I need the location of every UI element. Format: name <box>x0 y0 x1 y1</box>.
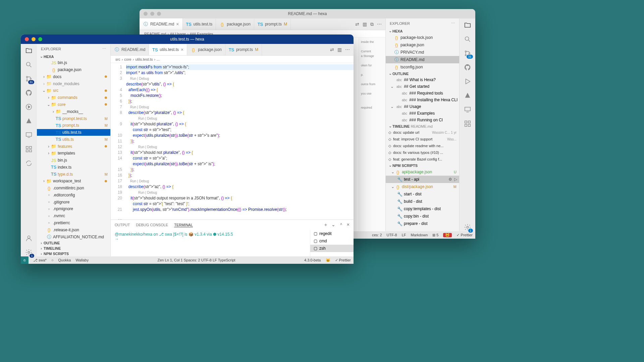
folder-item[interactable]: ›📁commands <box>37 94 110 101</box>
status-item[interactable]: ⎇ swa* <box>33 258 47 262</box>
scm-icon[interactable]: 31 <box>464 49 472 57</box>
status-center[interactable]: Zen Ln 1, Col 1 Spaces: 2 UTF-8 LF TypeS… <box>158 258 235 262</box>
tab-prompt.ts[interactable]: TSprompt.tsM <box>254 18 291 30</box>
status-item[interactable]: 4.3.0-beta <box>304 258 321 262</box>
status-item[interactable]: ⊞ 5 <box>432 233 438 237</box>
search-icon[interactable] <box>464 35 472 43</box>
npm-script[interactable]: 🔧test - api⚙▷ <box>386 176 459 183</box>
close-icon[interactable] <box>144 12 148 16</box>
file-item[interactable]: ▫.editorconfig <box>37 192 110 199</box>
split-icon[interactable]: ▥ <box>337 47 342 52</box>
tab-prompt.ts[interactable]: TSprompt.tsM <box>225 44 262 55</box>
tab-package.json[interactable]: {}package.json <box>216 18 254 30</box>
section-TIMELINE[interactable]: ›TIMELINE <box>37 246 110 251</box>
file-item[interactable]: TSindex.ts <box>37 164 110 171</box>
outline-item[interactable]: abc### Running on CI <box>386 117 459 123</box>
github-icon[interactable] <box>464 63 472 71</box>
status-item[interactable]: ces: 2 <box>372 233 382 237</box>
terminal-shell[interactable]: ▢zsh <box>310 245 354 252</box>
compare-icon[interactable]: ⇄ <box>330 47 334 52</box>
panel-tab-DEBUG CONSOLE[interactable]: DEBUG CONSOLE <box>136 223 168 227</box>
timeline-item[interactable]: ◇docs: fix various typos (#10) ... <box>386 149 459 156</box>
folder-item[interactable]: ›📁templates <box>37 150 110 157</box>
file-item[interactable]: {}package.json <box>386 41 459 49</box>
outline-item[interactable]: abc### Installing the Hexa CLI <box>386 97 459 103</box>
tab-README.md[interactable]: ⓘREADME.md <box>111 44 149 55</box>
azure-icon[interactable] <box>25 117 33 125</box>
section-OUTLINE[interactable]: ›OUTLINE <box>37 240 110 246</box>
status-item[interactable]: Quokka <box>58 258 71 262</box>
breadcrumb-item[interactable]: src <box>115 57 120 61</box>
close-icon[interactable]: × <box>176 21 179 27</box>
file-item[interactable]: ▫.prettierrc <box>37 220 110 227</box>
outline-item[interactable]: ⌄abc## Get started <box>386 83 459 90</box>
npm-script[interactable]: 🔧start - dist <box>386 190 459 198</box>
debug-icon[interactable] <box>464 77 472 85</box>
npm-scripts-header[interactable]: ⌄NPM SCRIPTS <box>386 163 459 168</box>
minimize-icon[interactable] <box>150 12 154 16</box>
explorer-icon[interactable] <box>25 47 33 55</box>
settings-icon[interactable]: 1 <box>464 223 472 231</box>
zoom-icon[interactable] <box>38 37 42 41</box>
file-item[interactable]: TSutils.tsM <box>37 136 110 143</box>
file-item[interactable]: ▫.gitignore <box>37 198 110 205</box>
folder-root[interactable]: ⌄HEXA <box>37 54 110 59</box>
minimize-icon[interactable] <box>32 37 36 41</box>
status-item[interactable]: ○ <box>51 258 54 262</box>
status-item[interactable]: UTF-8 <box>387 233 397 237</box>
status-item[interactable]: Markdown <box>411 233 428 237</box>
debug-icon[interactable] <box>25 103 33 111</box>
tab-README.md[interactable]: ⓘREADME.md× <box>140 18 183 30</box>
timeline-item[interactable]: ◇docs: update readme with ne... <box>386 142 459 149</box>
more-icon[interactable]: ⋯ <box>102 47 106 51</box>
terminal-shell[interactable]: ▢regedit <box>310 230 354 237</box>
outline-header[interactable]: ⌄OUTLINE <box>386 71 459 76</box>
window-controls[interactable] <box>25 37 42 41</box>
tab-utils.test.ts[interactable]: TSutils.test.ts× <box>149 44 187 55</box>
terminal[interactable]: @manekinekko/hexa on ⎇ swa [$×!?] is 📦 v… <box>111 230 310 256</box>
npm-group[interactable]: ⌄{}dist/package.jsonM <box>386 183 459 190</box>
scm-icon[interactable]: 31 <box>25 75 33 83</box>
breadcrumb[interactable]: src›core›utils.test.ts›... <box>111 56 354 63</box>
remote-icon[interactable] <box>25 131 33 139</box>
explorer-icon[interactable] <box>464 21 472 29</box>
new-terminal-icon[interactable]: ＋ <box>323 222 328 228</box>
folder-root[interactable]: ⌄HEXA <box>386 28 459 34</box>
status-item[interactable]: ✓ Prettier <box>335 258 351 262</box>
search-icon[interactable] <box>25 61 33 69</box>
file-item[interactable]: TStype.d.tsM <box>37 171 110 178</box>
sync-icon[interactable] <box>25 159 33 167</box>
window-controls[interactable] <box>144 12 161 16</box>
status-item[interactable]: 😺 <box>443 233 452 237</box>
folder-item[interactable]: ›📁__mocks__ <box>37 108 110 115</box>
tab-utils.test.ts[interactable]: TSutils.test.ts <box>183 18 216 30</box>
section-NPM SCRIPTS[interactable]: ›NPM SCRIPTS <box>37 251 110 256</box>
folder-item[interactable]: ›📁node_modules <box>37 80 110 87</box>
editor[interactable]: 123 45678 9 1011121314 151617181920 21 2… <box>111 63 354 220</box>
diff-icon[interactable]: ⧉ <box>370 21 374 27</box>
npm-script[interactable]: 🔧build - dist <box>386 198 459 205</box>
file-item[interactable]: {}tsconfig.json <box>386 63 459 71</box>
remote-icon[interactable] <box>464 106 472 114</box>
file-item[interactable]: {}package-lock.json <box>386 34 459 41</box>
file-item[interactable]: JSbin.js <box>37 59 110 66</box>
timeline-item[interactable]: ◇docs: update urlWassim C... 1 yr <box>386 129 459 136</box>
more-icon[interactable]: ⋯ <box>345 47 350 52</box>
folder-item[interactable]: ›📁workspace_test <box>37 178 110 185</box>
file-item[interactable]: JSbin.js <box>37 157 110 164</box>
close-icon[interactable] <box>25 37 29 41</box>
close-icon[interactable]: × <box>181 47 183 52</box>
extensions-icon[interactable] <box>464 120 472 128</box>
file-item[interactable]: ⓘAFFIALIATION_NOTICE.md <box>37 233 110 240</box>
npm-script[interactable]: 🔧copy:templates - dist <box>386 205 459 213</box>
folder-item[interactable]: ⌄📁core <box>37 101 110 108</box>
outline-item[interactable]: abc### Required tools <box>386 90 459 97</box>
run-icon[interactable]: ▷ <box>454 177 457 182</box>
tab-package.json[interactable]: {}package.json <box>187 44 225 55</box>
file-item[interactable]: ⓘPRIVACY.md <box>386 49 459 56</box>
more-icon[interactable]: ⋯ <box>451 21 455 25</box>
more-icon[interactable]: ⋯ <box>377 21 382 27</box>
outline-item[interactable]: ⌄abc## Usage <box>386 103 459 110</box>
status-item[interactable]: 😺 <box>326 258 330 262</box>
dropdown-icon[interactable]: ⌄ <box>331 222 335 228</box>
